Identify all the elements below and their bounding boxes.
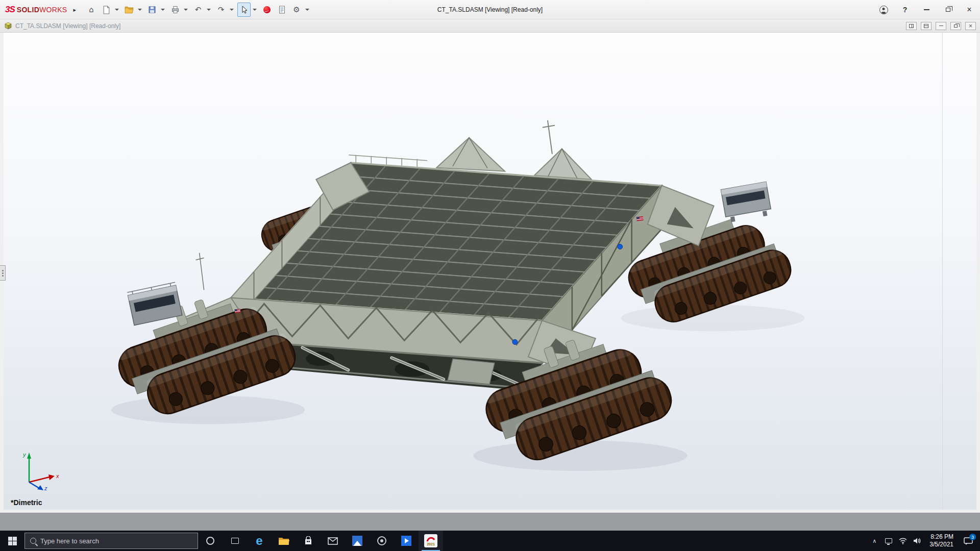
account-button[interactable]	[873, 0, 894, 19]
redo-icon: ↷	[218, 6, 225, 14]
file-explorer-button[interactable]	[272, 531, 296, 551]
doc-tile-horizontal-button[interactable]	[921, 22, 932, 30]
document-title: CT_TA.SLDASM [Viewing] [Read-only]	[15, 22, 120, 30]
view-orientation-label: *Dimetric	[11, 498, 42, 507]
minimize-button[interactable]	[916, 0, 937, 19]
chevron-up-icon: ∧	[872, 538, 876, 544]
new-document-caret[interactable]	[115, 9, 119, 11]
clock-date: 3/5/2021	[929, 541, 953, 548]
system-tray: ∧ 8:26 PM 3/5/2021	[868, 531, 980, 551]
camera-button[interactable]	[370, 531, 394, 551]
print-button[interactable]	[168, 3, 182, 17]
taskbar-left: e	[0, 531, 443, 551]
gear-icon: ⚙	[293, 6, 300, 14]
print-caret[interactable]	[184, 9, 188, 11]
photos-button[interactable]	[345, 531, 370, 551]
undo-caret[interactable]	[207, 9, 211, 11]
doc-minimize-icon	[939, 26, 943, 26]
open-button[interactable]	[122, 3, 136, 17]
doc-restore-button[interactable]	[950, 22, 961, 30]
volume-icon	[913, 537, 921, 544]
solidworks-logo: 3S SOLIDWORKS ▸	[5, 0, 76, 19]
file-explorer-icon	[278, 536, 289, 545]
cortana-button[interactable]	[198, 531, 223, 551]
movies-tv-button[interactable]	[394, 531, 419, 551]
redo-caret[interactable]	[230, 9, 234, 11]
cab-rear-right	[721, 182, 772, 223]
axis-y-label: y	[22, 452, 27, 458]
home-button[interactable]: ⌂	[85, 3, 98, 17]
volume-tray-button[interactable]	[911, 531, 923, 551]
start-button[interactable]	[0, 531, 24, 551]
display-icon	[885, 538, 892, 543]
display-tray-button[interactable]	[883, 531, 895, 551]
open-caret[interactable]	[138, 9, 142, 11]
notification-count-badge: 3	[969, 534, 976, 540]
app-titlebar: 3S SOLIDWORKS ▸ ⌂	[0, 0, 980, 19]
task-view-icon	[231, 538, 239, 544]
redo-button[interactable]: ↷	[214, 3, 228, 17]
file-properties-button[interactable]	[275, 3, 288, 17]
options-button[interactable]: ⚙	[290, 3, 303, 17]
store-icon	[304, 536, 313, 545]
user-account-icon	[879, 6, 888, 14]
movies-tv-icon	[401, 536, 411, 546]
document-titlebar: CT_TA.SLDASM [Viewing] [Read-only] ×	[0, 19, 980, 33]
orientation-triad[interactable]: y x z	[12, 447, 63, 491]
task-view-button[interactable]	[223, 531, 247, 551]
photos-icon	[352, 536, 362, 546]
wifi-icon	[899, 538, 907, 544]
edge-icon: e	[256, 535, 262, 547]
doc-close-icon: ×	[969, 23, 972, 29]
help-button[interactable]: ?	[894, 0, 916, 19]
dassault-3ds-icon: 3S	[5, 5, 15, 15]
doc-restore-icon	[954, 24, 958, 28]
home-icon: ⌂	[89, 6, 94, 14]
taskbar-clock[interactable]: 8:26 PM 3/5/2021	[925, 533, 958, 548]
camera-icon	[377, 536, 386, 545]
search-input[interactable]	[40, 537, 192, 545]
menu-expand-icon[interactable]: ▸	[73, 7, 76, 13]
doc-close-button[interactable]: ×	[965, 22, 976, 30]
desktop-screen: 3S SOLIDWORKS ▸ ⌂	[0, 0, 980, 551]
edge-button[interactable]: e	[247, 531, 272, 551]
close-button[interactable]: ×	[959, 0, 980, 19]
new-document-icon	[102, 6, 111, 14]
mail-button[interactable]	[321, 531, 345, 551]
action-center-button[interactable]: 3	[960, 531, 977, 551]
save-caret[interactable]	[161, 9, 165, 11]
doc-minimize-button[interactable]	[936, 22, 946, 30]
select-tool-button[interactable]	[237, 3, 251, 17]
solidworks-version-badge: 2021	[427, 542, 435, 546]
undo-button[interactable]: ↶	[191, 3, 205, 17]
save-icon	[148, 6, 156, 14]
hidden-icons-button[interactable]: ∧	[868, 531, 880, 551]
3dexperience-icon	[263, 6, 271, 13]
store-button[interactable]	[296, 531, 321, 551]
restore-button[interactable]	[937, 0, 959, 19]
options-caret[interactable]	[305, 9, 309, 11]
print-icon	[171, 6, 180, 14]
taskbar-search[interactable]	[24, 533, 198, 549]
select-tool-caret[interactable]	[253, 9, 257, 11]
restore-icon	[946, 8, 950, 12]
graphics-area[interactable]: y x z *Dimetric	[4, 33, 976, 510]
minimize-icon	[924, 9, 929, 10]
save-button[interactable]	[145, 3, 159, 17]
solidworks-app-button[interactable]: 2021	[419, 531, 443, 551]
doc-tile-vertical-button[interactable]	[906, 22, 917, 30]
brand-text-solid: SOLID	[17, 6, 39, 14]
axis-z-label: z	[44, 485, 47, 491]
brand-text-works: WORKS	[39, 6, 67, 14]
document-window-controls: ×	[906, 22, 976, 30]
network-tray-button[interactable]	[897, 531, 909, 551]
main-toolbar: ⌂ ↶ ↷	[85, 0, 311, 19]
3dexperience-marketplace-button[interactable]	[260, 3, 274, 17]
solidworks-window: 3S SOLIDWORKS ▸ ⌂	[0, 0, 980, 513]
new-document-button[interactable]	[100, 3, 113, 17]
search-icon	[30, 538, 36, 544]
nasa-logo-front	[512, 339, 518, 344]
feature-pane-splitter[interactable]	[0, 265, 6, 281]
nasa-logo-right	[618, 244, 623, 249]
close-icon: ×	[967, 6, 971, 14]
